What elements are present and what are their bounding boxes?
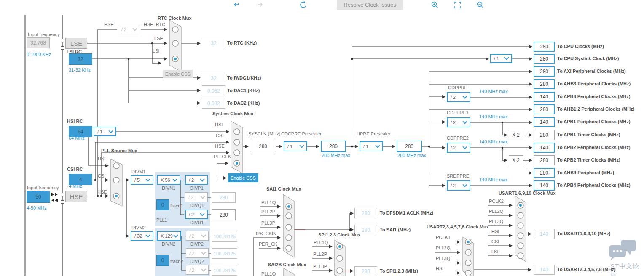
lse-input-frequency-label: Input frequency: [28, 32, 60, 37]
divr1-label: DIVR1: [190, 220, 204, 225]
divm2-dropdown[interactable]: / 32: [131, 231, 153, 241]
divq2-dropdown: / 2: [186, 248, 209, 258]
cdcpre-freq-box[interactable]: 280: [321, 141, 346, 152]
sai1-clock-mux[interactable]: [283, 194, 294, 257]
cpu-clocks-freq-box[interactable]: 280: [534, 42, 555, 52]
sysclk-freq-box: 280: [250, 141, 276, 152]
spi123-clock-mux[interactable]: [334, 240, 345, 276]
chevron-down-icon: [462, 119, 467, 124]
chevron-down-icon: [173, 233, 178, 237]
dfsdm1-label: To DFSDM1 ACLK (MHz): [380, 210, 433, 215]
apb1-freq-box[interactable]: 140: [534, 117, 555, 127]
srdppre-max-label: 140 MHz max: [479, 177, 508, 182]
hse-input-frequency-label: Input frequency: [27, 185, 59, 190]
chevron-down-icon: [201, 250, 206, 255]
usart1-label: To USART1,6,9,10 (MHz): [557, 231, 610, 236]
system-clock-mux[interactable]: [231, 121, 243, 173]
sai1-mux-title: SAI1 Clock Mux: [266, 186, 301, 191]
divr1-dropdown[interactable]: / 2: [185, 210, 208, 219]
chevron-down-icon: [462, 144, 467, 149]
undo-icon[interactable]: [233, 1, 241, 9]
cdppre2-label: CDPPRE2: [447, 135, 469, 141]
rtc-clock-mux[interactable]: [169, 20, 181, 72]
hse-oscillator-box[interactable]: HSE: [65, 191, 87, 202]
sai2b-clock-mux[interactable]: [283, 268, 294, 276]
hsi-divider-dropdown[interactable]: / 1: [94, 127, 116, 136]
divn1-dropdown[interactable]: X 56: [157, 175, 180, 185]
hse-range-label: 4-50 MHz: [27, 205, 47, 210]
cdcpre-dropdown[interactable]: / 1: [284, 141, 307, 151]
apb2-label: To APB2 Peripheral Clocks (MHz): [557, 145, 631, 150]
to-rtc-label: To RTC (KHz): [227, 40, 257, 45]
fracn2-field[interactable]: 0: [156, 255, 169, 266]
cdppre-dropdown[interactable]: / 2: [447, 92, 470, 102]
ahb4-freq-box[interactable]: 280: [534, 168, 555, 178]
usart1-clock-mux[interactable]: [515, 196, 526, 262]
chevron-down-icon: [375, 143, 380, 148]
divp1-dropdown[interactable]: / 2: [185, 175, 208, 185]
fracn1-field[interactable]: 0: [156, 199, 169, 210]
cdppre1-dropdown[interactable]: / 2: [447, 117, 470, 127]
pll1r-freq-box[interactable]: 280: [212, 209, 236, 220]
rtc-lse-label: LSE: [154, 36, 163, 41]
redo-icon[interactable]: [255, 1, 264, 9]
lse-oscillator-box[interactable]: LSE: [65, 38, 87, 49]
sai1-perck-label: PER_CK: [259, 242, 277, 247]
apb2-timer-freq-box: 280: [534, 155, 555, 165]
chevron-down-icon: [200, 177, 204, 181]
axi-freq-box[interactable]: 280: [534, 66, 555, 77]
rtc-lsi-label: LSI: [153, 48, 160, 53]
apb2-freq-box[interactable]: 140: [534, 143, 555, 153]
hpre-freq-box[interactable]: 280: [397, 141, 422, 152]
apb3-freq-box[interactable]: 140: [534, 92, 555, 102]
systick-divider-dropdown[interactable]: / 1: [490, 54, 512, 63]
pll1q-freq-box: 280: [212, 192, 236, 203]
chevron-down-icon: [201, 267, 206, 271]
rtc-hse-divider-dropdown: / 2: [118, 25, 140, 34]
zoom-in-icon[interactable]: [431, 1, 439, 9]
axi-label: To AXI Peripheral Clocks (MHz): [557, 69, 626, 74]
divm2-label: DIVM2: [131, 225, 146, 230]
rtc-hse-label: HSE: [104, 22, 114, 27]
hse-frequency-field[interactable]: 50: [27, 191, 50, 203]
usart1-pll2q-label: PLL2Q: [489, 209, 503, 214]
pll-source-mux[interactable]: [110, 159, 122, 206]
clock-configuration-view: Resolve Clock Issues: [0, 0, 644, 276]
rtc-mux-title: RTC Clock Mux: [158, 16, 192, 21]
to-iwdg1-freq-box: 32: [202, 73, 225, 83]
usart2-pll2q-label: PLL2Q: [436, 245, 450, 250]
apb1-timer-freq-box: 280: [534, 130, 555, 140]
cpu-systick-freq-box[interactable]: 280: [534, 54, 555, 64]
srdppre-dropdown[interactable]: / 2: [447, 180, 470, 191]
hse-rtc-label: HSE_RTC: [144, 22, 165, 27]
rtc-enable-css-button[interactable]: Enable CSS: [163, 70, 193, 78]
hpre-dropdown[interactable]: / 1: [360, 141, 383, 151]
divn1-label: DIVN1: [162, 186, 175, 191]
fit-screen-icon[interactable]: [453, 1, 462, 9]
usart2-mux-title: USART2,3,4,5,7,8 Clock Mux: [427, 224, 489, 229]
usart2-clock-mux[interactable]: [463, 237, 474, 276]
resolve-clock-issues-button[interactable]: Resolve Clock Issues: [337, 0, 403, 10]
to-rtc-freq-box: 32: [202, 38, 225, 48]
divm1-dropdown[interactable]: / 5: [131, 175, 153, 185]
sai1-pll2p-label: PLL2P: [261, 209, 275, 214]
lsi-frequency-field[interactable]: 32: [69, 53, 92, 65]
reset-icon[interactable]: [298, 0, 309, 10]
sys-enable-css-button[interactable]: Enable CSS: [228, 173, 258, 182]
cdppre2-max-label: 140 MHz max: [479, 139, 508, 144]
chevron-down-icon: [504, 55, 509, 60]
divr2-dropdown: / 2: [186, 265, 209, 275]
pll2r-freq-box: 100.78125: [212, 265, 237, 276]
divn2-dropdown[interactable]: X 129: [157, 231, 181, 241]
sai2b-mux-title: SAI2B Clock Mux: [268, 262, 306, 267]
ahb3-freq-box[interactable]: 280: [534, 79, 555, 89]
chevron-down-icon: [172, 177, 177, 181]
divn2-label: DIVN2: [162, 242, 175, 247]
ahb12-freq-box[interactable]: 280: [534, 104, 555, 114]
apb4-freq-box[interactable]: 140: [534, 180, 555, 191]
to-iwdg1-label: To IWDG1(KHz): [227, 75, 261, 80]
zoom-out-icon[interactable]: [476, 1, 485, 9]
cdppre2-dropdown[interactable]: / 2: [447, 143, 470, 153]
spi-pll1q-label: PLL1Q: [314, 240, 328, 245]
spi-pll2p-label: PLL2P: [313, 252, 327, 257]
